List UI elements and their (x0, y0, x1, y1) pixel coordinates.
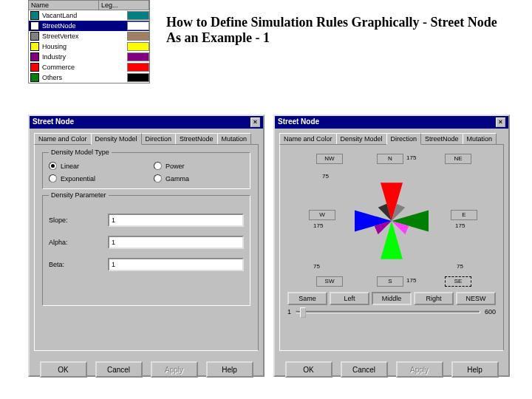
radio-label: Linear (61, 163, 79, 170)
legend-row[interactable]: Others (29, 72, 149, 83)
dir-n-value: 175 (406, 154, 416, 161)
dir-w-value: 175 (313, 222, 323, 229)
tab-streetnode[interactable]: StreetNode (420, 133, 463, 144)
direction-canvas: NW N 175 NE 75 W 175 E 175 75 75 SW S 17… (303, 152, 480, 289)
radio-label: Exponential (61, 175, 95, 183)
legend-row[interactable]: Commerce (29, 62, 149, 72)
tab-panel-density: Density Model Type LinearPowerExponentia… (34, 144, 259, 351)
dialog-titlebar[interactable]: Street Node × (275, 116, 508, 129)
legend-icon (30, 21, 39, 30)
legend-name: StreetNode (42, 22, 127, 30)
legend-name: Commerce (42, 64, 127, 71)
density-model-dialog: Street Node × Name and ColorDensity Mode… (28, 115, 265, 377)
radio-label: Power (166, 163, 185, 170)
radio-dot-icon (154, 162, 162, 170)
radio-dot-icon (154, 174, 162, 183)
apply-button[interactable]: Apply (151, 361, 198, 378)
legend-col-swatch[interactable]: Leg... (99, 1, 149, 10)
dir-sw-button[interactable]: SW (316, 276, 343, 287)
align-middle-button[interactable]: Middle (372, 292, 412, 305)
legend-swatch (127, 21, 149, 30)
align-right-button[interactable]: Right (414, 292, 454, 305)
tab-streetnode[interactable]: StreetNode (175, 133, 218, 144)
group-title: Density Parameter (49, 191, 109, 199)
tab-density-model[interactable]: Density Model (336, 133, 387, 144)
legend-swatch (127, 63, 149, 72)
slider-max: 600 (485, 308, 496, 316)
align-nesw-button[interactable]: NESW (456, 292, 496, 305)
legend-name: Housing (42, 43, 127, 50)
legend-icon (30, 11, 39, 20)
density-type-group: Density Model Type LinearPowerExponentia… (42, 152, 250, 189)
dir-ne-button[interactable]: NE (445, 154, 471, 164)
dir-nw-button[interactable]: NW (316, 154, 343, 164)
dir-se-button[interactable]: SE (445, 276, 471, 287)
legend-swatch (127, 42, 149, 51)
radio-exponential[interactable]: Exponential (49, 174, 139, 183)
cancel-button[interactable]: Cancel (95, 361, 143, 378)
close-icon[interactable]: × (250, 117, 260, 127)
param-label: Slope: (49, 216, 108, 224)
slider-track[interactable] (296, 310, 480, 313)
param-input-slope[interactable] (108, 214, 244, 227)
dir-e-value: 175 (455, 222, 465, 229)
apply-button[interactable]: Apply (396, 361, 443, 378)
radio-dot-icon (49, 162, 57, 170)
legend-icon (30, 42, 39, 51)
dialog-title: Street Node (33, 117, 74, 127)
legend-panel: Name Leg... VacantLand StreetNode Street… (28, 0, 150, 83)
radio-dot-icon (49, 174, 57, 183)
align-same-button[interactable]: Same (287, 292, 327, 305)
legend-swatch (127, 52, 149, 61)
tab-direction[interactable]: Direction (141, 133, 177, 144)
legend-swatch (127, 11, 149, 20)
legend-row[interactable]: Industry (29, 52, 149, 62)
align-left-button[interactable]: Left (330, 292, 369, 305)
slider-min: 1 (287, 308, 291, 316)
tab-mutation[interactable]: Mutation (217, 133, 252, 144)
legend-icon (30, 63, 39, 72)
radio-gamma[interactable]: Gamma (154, 174, 244, 183)
legend-icon (30, 32, 39, 41)
legend-swatch (127, 32, 149, 41)
dir-n-button[interactable]: N (377, 154, 403, 164)
help-button[interactable]: Help (451, 361, 499, 378)
legend-row[interactable]: VacantLand (29, 10, 149, 21)
legend-row[interactable]: StreetVertex (29, 31, 149, 41)
param-input-alpha[interactable] (108, 236, 244, 249)
radio-linear[interactable]: Linear (49, 162, 139, 170)
legend-icon (30, 52, 39, 61)
dir-s-value: 175 (406, 277, 416, 284)
legend-col-name[interactable]: Name (29, 1, 99, 10)
close-icon[interactable]: × (496, 117, 505, 127)
legend-name: Industry (42, 53, 127, 61)
legend-header: Name Leg... (28, 0, 150, 10)
radio-power[interactable]: Power (154, 162, 244, 170)
dir-e-button[interactable]: E (451, 210, 477, 220)
legend-icon (30, 73, 39, 82)
tab-name-and-color[interactable]: Name and Color (279, 133, 337, 144)
dir-w-button[interactable]: W (309, 210, 335, 220)
slider-row: 1 600 (287, 308, 496, 316)
density-param-group: Density Parameter Slope: Alpha: Beta: (42, 195, 250, 306)
tab-panel-direction: NW N 175 NE 75 W 175 E 175 75 75 SW S 17… (279, 144, 504, 351)
dir-sw-value: 75 (313, 263, 320, 270)
tab-mutation[interactable]: Mutation (463, 133, 497, 144)
param-input-beta[interactable] (108, 258, 244, 271)
param-label: Beta: (49, 261, 108, 268)
dir-nw-value: 75 (322, 173, 329, 180)
legend-row[interactable]: StreetNode (29, 21, 149, 31)
legend-name: Others (42, 74, 127, 81)
help-button[interactable]: Help (206, 361, 253, 378)
ok-button[interactable]: OK (40, 361, 87, 378)
ok-button[interactable]: OK (285, 361, 332, 378)
tab-direction[interactable]: Direction (386, 133, 422, 145)
cancel-button[interactable]: Cancel (341, 361, 388, 378)
slider-thumb[interactable] (300, 307, 306, 318)
tab-name-and-color[interactable]: Name and Color (34, 133, 92, 144)
svg-marker-0 (381, 183, 403, 221)
legend-row[interactable]: Housing (29, 41, 149, 52)
dialog-titlebar[interactable]: Street Node × (30, 116, 263, 129)
tab-density-model[interactable]: Density Model (91, 133, 142, 145)
dir-s-button[interactable]: S (377, 276, 403, 287)
